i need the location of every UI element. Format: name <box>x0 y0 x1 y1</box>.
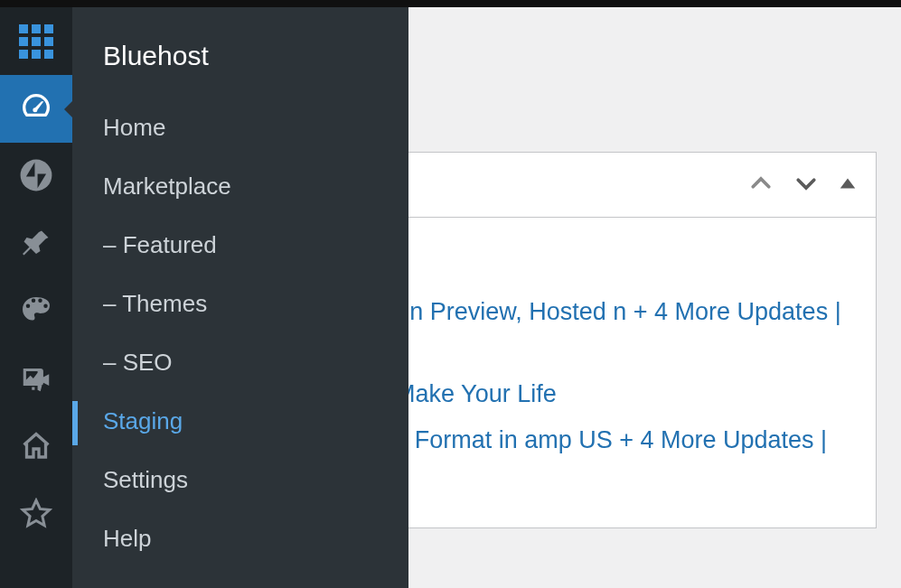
sidebar-item-posts[interactable] <box>0 210 72 278</box>
pin-icon <box>20 227 52 263</box>
flyout-item-home[interactable]: Home <box>72 98 408 157</box>
admin-sidebar <box>0 7 72 588</box>
flyout-item-staging[interactable]: Staging <box>72 392 408 451</box>
media-icon <box>19 361 53 399</box>
chevron-up-icon[interactable] <box>747 170 774 201</box>
flyout-item-settings[interactable]: Settings <box>72 451 408 509</box>
sidebar-item-appearance[interactable] <box>0 278 72 346</box>
sidebar-item-media[interactable] <box>0 346 72 414</box>
chevron-down-icon[interactable] <box>793 170 820 201</box>
triangle-up-icon[interactable] <box>838 173 858 197</box>
flyout-item-featured[interactable]: – Featured <box>72 216 408 275</box>
flyout-title: Bluehost <box>72 30 408 98</box>
flyout-item-help[interactable]: Help <box>72 509 408 568</box>
sidebar-item-home[interactable] <box>0 414 72 481</box>
flyout-item-themes[interactable]: – Themes <box>72 275 408 333</box>
jetpack-icon <box>19 158 53 196</box>
svg-point-0 <box>21 159 52 191</box>
grid-icon <box>19 24 53 59</box>
house-icon <box>20 430 52 466</box>
flyout-item-marketplace[interactable]: Marketplace <box>72 157 408 216</box>
flyout-item-seo[interactable]: – SEO <box>72 333 408 392</box>
sidebar-item-bluehost[interactable] <box>0 7 72 75</box>
sidebar-item-favorites[interactable] <box>0 481 72 549</box>
bluehost-flyout: Bluehost HomeMarketplace– Featured– Them… <box>72 7 408 588</box>
admin-top-bar <box>0 0 901 7</box>
sidebar-item-dashboard[interactable] <box>0 75 72 143</box>
sidebar-item-jetpack[interactable] <box>0 143 72 210</box>
dashboard-icon <box>18 89 54 129</box>
paint-icon <box>20 294 52 331</box>
star-icon <box>20 498 52 534</box>
